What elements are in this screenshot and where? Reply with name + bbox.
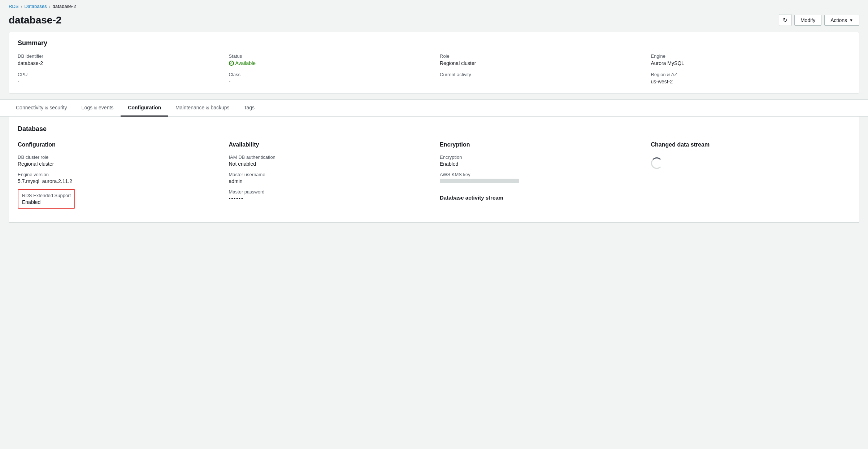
page-header: database-2 ↻ Modify Actions ▼ [0,11,868,32]
modify-button[interactable]: Modify [794,15,821,26]
master-password-value: •••••• [229,196,429,201]
loading-spinner [651,157,663,169]
tab-connectivity[interactable]: Connectivity & security [9,100,74,117]
breadcrumb-databases[interactable]: Databases [24,4,47,9]
database-section-title: Database [18,125,850,133]
page-wrapper: RDS › Databases › database-2 database-2 … [0,0,868,449]
summary-col-2: Status Available Class - [229,53,429,84]
engine-version-value: 5.7.mysql_aurora.2.11.2 [18,178,217,184]
role-label: Role [440,53,639,59]
class-label: Class [229,72,429,77]
master-username-value: admin [229,178,429,184]
actions-label: Actions [830,17,847,23]
refresh-icon: ↻ [783,17,787,23]
master-username-label: Master username [229,172,429,177]
breadcrumb-sep-1: › [21,4,22,9]
db-cluster-role-value: Regional cluster [18,161,217,167]
breadcrumb-current: database-2 [53,4,76,9]
encryption-label: Encryption [440,154,639,160]
database-activity-stream-title: Database activity stream [440,195,639,201]
summary-col-1: DB identifier database-2 CPU - [18,53,217,84]
engine-version-label: Engine version [18,172,217,177]
master-password-label: Master password [229,189,429,195]
class-value: - [229,79,429,84]
breadcrumb-rds[interactable]: RDS [9,4,18,9]
modify-label: Modify [800,17,815,23]
aws-kms-key-skeleton [440,179,519,183]
availability-col-title: Availability [229,141,429,148]
breadcrumb-sep-2: › [49,4,51,9]
actions-arrow-icon: ▼ [849,18,853,22]
db-identifier-value: database-2 [18,60,217,66]
tabs-container: Connectivity & security Logs & events Co… [0,99,868,117]
db-identifier-label: DB identifier [18,53,217,59]
cpu-value: - [18,79,217,84]
summary-title: Summary [18,39,850,47]
summary-col-3: Role Regional cluster Current activity [440,53,639,84]
configuration-col-title: Configuration [18,141,217,148]
iam-db-auth-label: IAM DB authentication [229,154,429,160]
main-content: Database Configuration DB cluster role R… [9,117,859,223]
header-actions: ↻ Modify Actions ▼ [779,14,859,26]
rds-extended-support-box: RDS Extended Support Enabled [18,189,75,209]
page-title: database-2 [9,14,61,26]
status-value: Available [229,60,429,66]
configuration-column: Configuration DB cluster role Regional c… [18,141,217,214]
tab-logs[interactable]: Logs & events [74,100,121,117]
availability-column: Availability IAM DB authentication Not e… [229,141,429,214]
encryption-column: Encryption Encryption Enabled AWS KMS ke… [440,141,639,214]
tab-configuration[interactable]: Configuration [121,100,168,117]
db-cluster-role-label: DB cluster role [18,154,217,160]
current-activity-label: Current activity [440,72,639,77]
encryption-value: Enabled [440,161,639,167]
cpu-label: CPU [18,72,217,77]
changed-data-stream-column: Changed data stream [651,141,851,214]
region-az-label: Region & AZ [651,72,851,77]
actions-button[interactable]: Actions ▼ [824,15,859,26]
summary-col-4: Engine Aurora MySQL Region & AZ us-west-… [651,53,851,84]
content-grid: Configuration DB cluster role Regional c… [18,141,850,214]
breadcrumb: RDS › Databases › database-2 [0,0,868,11]
changed-data-stream-col-title: Changed data stream [651,141,851,148]
iam-db-auth-value: Not enabled [229,161,429,167]
summary-card: Summary DB identifier database-2 CPU - S… [9,32,859,93]
status-label: Status [229,53,429,59]
tab-maintenance[interactable]: Maintenance & backups [168,100,236,117]
summary-grid: DB identifier database-2 CPU - Status Av… [18,53,850,84]
engine-value: Aurora MySQL [651,60,851,66]
encryption-col-title: Encryption [440,141,639,148]
rds-extended-support-value: Enabled [22,199,71,205]
rds-extended-support-label: RDS Extended Support [22,193,71,198]
tab-tags[interactable]: Tags [237,100,262,117]
engine-label: Engine [651,53,851,59]
aws-kms-key-label: AWS KMS key [440,172,639,177]
refresh-button[interactable]: ↻ [779,14,791,26]
role-value: Regional cluster [440,60,639,66]
status-text: Available [235,60,256,66]
status-icon [229,61,234,66]
region-az-value: us-west-2 [651,79,851,84]
